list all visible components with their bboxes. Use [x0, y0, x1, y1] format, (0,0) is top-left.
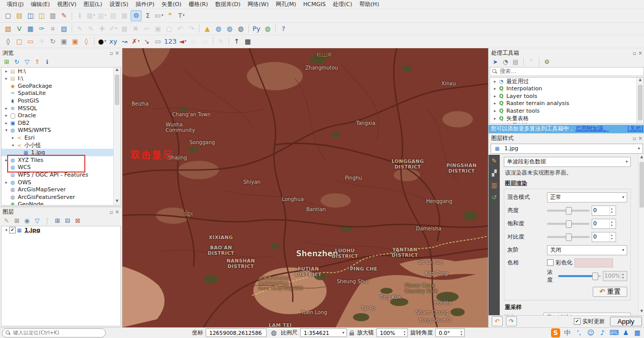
browser-item-9[interactable]: ▸≺Esri [2, 134, 120, 142]
saturation-value[interactable] [592, 219, 609, 228]
new-shapefile-icon[interactable]: ▧ [59, 23, 69, 33]
tab-histogram-icon[interactable]: ▥ [490, 181, 499, 189]
scroll-down-icon[interactable]: ▼ [114, 199, 120, 205]
osm-place-search-icon[interactable]: ◍ [236, 23, 246, 33]
new-project-icon[interactable]: ▢ [3, 11, 13, 21]
menu-item-12[interactable]: 处理(C) [329, 0, 356, 9]
toolbox-item-4[interactable]: ▸QRaster tools [490, 107, 643, 115]
apply-button[interactable]: Apply [610, 317, 642, 326]
raise-point-icon[interactable]: ↑ [232, 36, 242, 46]
chevron-icon[interactable]: ▾ [10, 143, 16, 148]
browser-filter-icon[interactable]: ▽ [22, 58, 31, 66]
reset-button[interactable]: ↶ 重置 [593, 287, 627, 297]
select-by-rect-icon[interactable]: ▢ [14, 36, 24, 46]
tab-history-icon[interactable]: ↺ [490, 193, 499, 201]
layer-item-1jpg[interactable]: ▾ ▦ 1.jpg [2, 226, 120, 234]
rotation-spinbox[interactable]: ▴▾ [435, 328, 465, 337]
manage-themes-icon[interactable]: ◉ [22, 217, 31, 225]
chevron-icon[interactable]: ▸ [492, 123, 498, 124]
select-features-icon[interactable]: ▦ [86, 11, 96, 21]
quickmap-services-icon[interactable]: ◍ [263, 23, 273, 33]
toolbox-options-icon[interactable]: ⚙ [542, 58, 552, 66]
save-layer-edits-icon[interactable]: ✎ [86, 23, 96, 33]
menu-item-7[interactable]: 栅格(R) [185, 0, 211, 9]
curve-tool-icon[interactable]: ↝ [119, 36, 130, 46]
data-source-manager-icon[interactable]: ▧ [3, 23, 13, 33]
annotation-tool-icon[interactable]: ▣ [70, 36, 80, 46]
scroll-up-icon[interactable]: ▲ [114, 67, 120, 74]
shape-digitize-icon[interactable]: ◊ [3, 36, 13, 46]
save-project-as-icon[interactable]: ◫ [37, 11, 47, 21]
ime-person-icon[interactable]: ♟ [621, 329, 630, 337]
browser-item-18[interactable]: ❋GeoNode [2, 201, 120, 206]
topology-edit-icon[interactable]: ◇ [200, 36, 210, 46]
scroll-up-icon[interactable]: ▲ [637, 78, 643, 84]
processing-toolbox-icon[interactable]: ⚙ [131, 10, 142, 21]
ime-punctuation-icon[interactable]: ’, [574, 329, 584, 337]
menu-item-8[interactable]: 数据库(D) [211, 0, 244, 9]
magnifier-input[interactable] [379, 329, 404, 336]
tab-symbology-icon[interactable]: ✎ [490, 157, 499, 165]
field-calculator-icon[interactable]: ▦ [119, 11, 130, 21]
enable-providers-link[interactable]: 启用附加源。 [575, 125, 609, 132]
modify-attributes-icon[interactable]: ▦ [119, 23, 130, 33]
layers-float-button[interactable]: ▫ [110, 209, 113, 215]
save-project-icon[interactable]: ◫ [25, 11, 36, 21]
toolbox-item-6[interactable]: ▸Q矢量创建 [490, 122, 643, 123]
toolbox-item-3[interactable]: ▸QRaster terrain analysis [490, 100, 643, 108]
collapse-all-icon[interactable]: ⊟ [63, 217, 72, 225]
toolbox-search-input[interactable] [499, 67, 641, 75]
ime-grid-icon[interactable]: ▦ [633, 329, 642, 337]
circle-tool-icon[interactable]: ● [97, 36, 107, 46]
tab-transparency-icon[interactable]: ▞ [490, 169, 499, 177]
filter-expression-icon[interactable]: ƒ [43, 217, 52, 225]
chevron-icon[interactable]: ▸ [492, 94, 498, 98]
coordinate-input[interactable] [208, 329, 264, 336]
browser-item-14[interactable]: ◍WFS / OGC API - Features [2, 171, 120, 179]
brightness-spinbox[interactable]: ▴▾ [592, 206, 616, 216]
transform-icon[interactable]: ▭ [25, 36, 36, 46]
browser-collapse-icon[interactable]: ⇑ [33, 58, 42, 66]
numbering-icon[interactable]: 123 [164, 36, 177, 46]
toolbox-scrollbar[interactable]: ▲ ▼ [636, 78, 643, 123]
menu-item-1[interactable]: 编辑(E) [27, 0, 54, 9]
menu-item-0[interactable]: 项目(J) [3, 0, 27, 9]
menu-item-10[interactable]: 网孔(M) [272, 0, 300, 9]
browser-item-8[interactable]: ▾◍WMS/WMTS [2, 127, 120, 134]
toolbox-item-1[interactable]: ▸QInterpolation [490, 85, 643, 92]
undo-icon[interactable]: ↶ [175, 23, 185, 33]
cut-features-icon[interactable]: ✂ [142, 23, 152, 33]
saturation-slider[interactable] [547, 223, 590, 225]
undo-style-button[interactable]: ↶ [492, 316, 503, 326]
add-raster-layer-icon[interactable]: ▦ [25, 23, 36, 33]
add-mesh-layer-icon[interactable]: ✑ [37, 23, 47, 33]
menu-item-4[interactable]: 设置(S) [106, 0, 132, 9]
vertex-tool-icon[interactable]: ✐ [108, 23, 118, 33]
toolbox-item-5[interactable]: ▸Q矢量表格 [490, 115, 643, 122]
brightness-slider[interactable] [547, 210, 590, 212]
browser-add-layer-icon[interactable]: ⊞ [2, 58, 11, 66]
browser-item-15[interactable]: ▸◍OWS [2, 179, 120, 186]
menu-item-9[interactable]: 网络(W) [244, 0, 272, 9]
strength-slider[interactable] [558, 275, 601, 277]
ime-chinese-icon[interactable]: 中 [563, 329, 572, 337]
ime-keyboard-icon[interactable]: ⌨ [609, 329, 619, 337]
measure-segment-icon[interactable]: ▭ [153, 36, 163, 46]
contrast-slider[interactable] [547, 236, 590, 238]
browser-item-0[interactable]: ▸▤H:\ [2, 67, 120, 75]
lock-scale-icon[interactable] [349, 330, 355, 335]
toolbox-item-0[interactable]: ▸◔最近用过 [490, 78, 643, 85]
saturation-spinbox[interactable]: ▴▾ [592, 219, 616, 229]
chevron-icon[interactable]: ▸ [492, 101, 498, 106]
rotate-feature-icon[interactable]: ↻ [48, 36, 58, 46]
chevron-icon[interactable]: ▸ [4, 121, 9, 125]
menu-item-11[interactable]: HCMGIS [300, 1, 329, 8]
menu-item-2[interactable]: 视图(V) [53, 0, 80, 9]
chevron-icon[interactable]: ▸ [492, 79, 498, 84]
add-feature-icon[interactable]: ✚ [97, 23, 107, 33]
rotation-input[interactable] [438, 329, 461, 336]
help-icon[interactable]: ? [278, 23, 288, 33]
chevron-icon[interactable]: ▸ [10, 136, 16, 140]
colorize-color-button[interactable] [574, 258, 613, 267]
contrast-value[interactable] [592, 232, 609, 242]
